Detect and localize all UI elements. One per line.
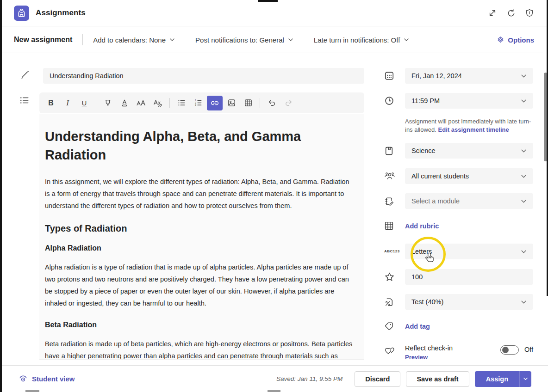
clock-icon (384, 96, 405, 106)
doc-heading-2: Types of Radiation (45, 223, 353, 234)
points-input[interactable]: 100 (405, 269, 533, 285)
app-header: Assignments (0, 0, 548, 26)
due-time-dropdown[interactable]: 11:59 PM (405, 93, 533, 109)
font-color-button[interactable] (117, 96, 132, 110)
students-row: All current students (384, 168, 533, 184)
insert-image-button[interactable] (224, 96, 239, 110)
chevron-down-icon (521, 73, 527, 79)
svg-text:3: 3 (194, 104, 196, 106)
rubric-grid-icon (384, 221, 405, 231)
page-title: Assignments (36, 8, 86, 18)
late-turn-in-dropdown[interactable]: Late turn in notifications: Off (314, 36, 410, 44)
chevron-down-icon (523, 376, 528, 381)
assign-split-button[interactable]: Assign (475, 371, 531, 387)
doc-intro-paragraph: In this assignment, we will explore the … (45, 176, 353, 212)
student-view-button[interactable]: Student view (19, 374, 75, 384)
formatting-toolbar: B I U 123 (39, 92, 364, 113)
redo-button[interactable] (280, 96, 296, 110)
post-notifications-dropdown[interactable]: Post notifications to: General (195, 36, 293, 44)
frame-mark-bottom-1 (25, 390, 39, 392)
assign-to-dropdown[interactable]: All current students (405, 168, 533, 184)
underline-button[interactable]: U (76, 96, 92, 110)
grade-weight-icon (384, 297, 405, 307)
add-tag-link[interactable]: Add tag (405, 323, 430, 330)
chevron-down-icon (288, 37, 293, 43)
class-row: Science (384, 143, 533, 159)
clear-formatting-button[interactable] (150, 96, 166, 110)
add-to-calendars-dropdown[interactable]: Add to calendars: None (93, 36, 175, 44)
module-dropdown[interactable]: Select a module (405, 193, 533, 209)
assignment-title-input[interactable] (43, 68, 364, 84)
student-view-label: Student view (32, 375, 75, 383)
points-star-icon (384, 272, 405, 282)
doc-alpha-paragraph: Alpha radiation is a type of radiation t… (45, 262, 353, 310)
chevron-down-icon (404, 37, 409, 43)
document-outline-icon[interactable] (19, 95, 30, 105)
class-dropdown[interactable]: Science (405, 143, 533, 159)
add-rubric-link[interactable]: Add rubric (405, 222, 439, 230)
gear-icon (497, 36, 504, 44)
options-button[interactable]: Options (497, 36, 534, 44)
chevron-down-icon (521, 98, 527, 104)
italic-button[interactable]: I (60, 96, 75, 110)
assignment-instructions-editor[interactable]: Understanding Alpha, Beta, and Gamma Rad… (39, 114, 364, 360)
chevron-down-icon (521, 198, 527, 204)
discard-button[interactable]: Discard (355, 371, 400, 387)
students-group-icon (384, 171, 405, 181)
assignments-app-icon (14, 6, 29, 21)
frame-border-top-segment (258, 0, 278, 2)
expand-icon[interactable] (487, 7, 498, 18)
saved-timestamp: Saved: Jan 11, 9:55 PM (276, 375, 342, 382)
weight-row: Test (40%) (384, 294, 533, 310)
module-row: Select a module (384, 193, 533, 209)
add-tag-row[interactable]: Add tag (384, 321, 533, 331)
class-notebook-icon (384, 146, 405, 156)
footer-bar: Student view Saved: Jan 11, 9:55 PM Disc… (0, 365, 548, 392)
chevron-down-icon (521, 249, 527, 255)
divider (169, 98, 170, 108)
add-rubric-row[interactable]: Add rubric (384, 221, 533, 231)
divider (96, 98, 96, 108)
new-assignment-label: New assignment (14, 36, 72, 44)
assign-button[interactable]: Assign (475, 371, 519, 387)
grading-scheme-row: ABC 123 Letters (384, 244, 533, 259)
grade-category-dropdown[interactable]: Test (40%) (405, 294, 533, 310)
frame-mark-bottom-2 (268, 390, 280, 392)
edit-title-icon (20, 71, 30, 80)
command-bar: New assignment Add to calendars: None Po… (0, 27, 548, 53)
timeline-note: Assignment will post immediately with la… (405, 117, 533, 134)
backpack-icon (17, 9, 26, 18)
numbered-list-button[interactable]: 123 (190, 96, 206, 110)
bullet-list-button[interactable] (174, 96, 189, 110)
chevron-down-icon (521, 148, 527, 154)
doc-heading-beta: Beta Radiation (45, 321, 353, 329)
insert-table-button[interactable] (240, 96, 256, 110)
insert-link-button[interactable] (207, 96, 223, 110)
due-date-dropdown[interactable]: Fri, Jan 12, 2024 (405, 68, 533, 84)
options-label: Options (508, 36, 534, 44)
reflect-preview-link[interactable]: Preview (405, 354, 453, 361)
assign-more-options[interactable] (519, 371, 531, 387)
reflect-toggle[interactable] (500, 345, 519, 355)
tag-icon (384, 321, 405, 331)
module-icon (384, 196, 405, 206)
font-size-button[interactable] (133, 96, 149, 110)
points-row: 100 (384, 269, 533, 285)
highlighter-button[interactable] (100, 96, 116, 110)
edit-assignment-timeline-link[interactable]: Edit assignment timeline (438, 126, 509, 133)
due-date-row: Fri, Jan 12, 2024 (384, 68, 533, 84)
divider (82, 34, 83, 45)
doc-heading-1: Understanding Alpha, Beta, and Gamma Rad… (45, 127, 353, 164)
chevron-down-icon (169, 37, 175, 43)
refresh-icon[interactable] (505, 7, 517, 18)
divider (260, 98, 260, 108)
grading-scheme-dropdown[interactable]: Letters (405, 244, 533, 259)
undo-button[interactable] (264, 96, 280, 110)
due-time-row: 11:59 PM (384, 93, 533, 109)
doc-beta-paragraph: Beta radiation is made up of beta partic… (45, 338, 353, 360)
save-as-draft-button[interactable]: Save as draft (406, 371, 469, 387)
privacy-shield-icon[interactable] (524, 7, 535, 18)
chevron-down-icon (521, 173, 527, 179)
bold-button[interactable]: B (43, 96, 59, 110)
frame-border-left (0, 0, 2, 392)
